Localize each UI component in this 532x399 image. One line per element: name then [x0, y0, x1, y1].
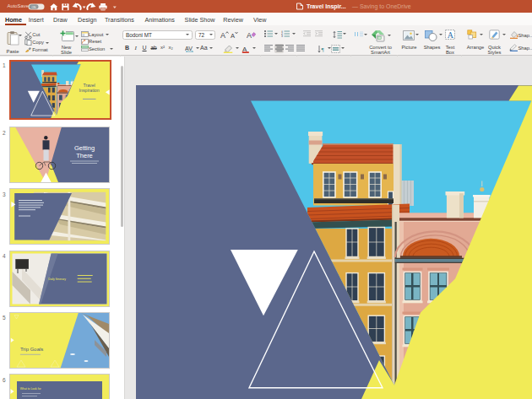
svg-text:There: There	[76, 152, 93, 159]
svg-text:AV: AV	[185, 46, 193, 51]
svg-text:What to Look for: What to Look for	[20, 387, 42, 391]
svg-text:A: A	[247, 31, 252, 39]
svg-text:Travel: Travel	[83, 82, 95, 87]
svg-text:A: A	[220, 31, 225, 39]
svg-text:Daily Itinerary: Daily Itinerary	[48, 278, 66, 281]
svg-text:¶: ¶	[322, 46, 325, 52]
svg-text:A: A	[242, 45, 247, 52]
svg-text:A: A	[448, 30, 454, 40]
svg-text:A: A	[231, 32, 235, 39]
svg-text:3: 3	[281, 35, 283, 37]
svg-text:Inspiration: Inspiration	[79, 88, 100, 93]
svg-text:ON: ON	[31, 5, 36, 8]
svg-text:Trip Goals: Trip Goals	[20, 347, 43, 352]
